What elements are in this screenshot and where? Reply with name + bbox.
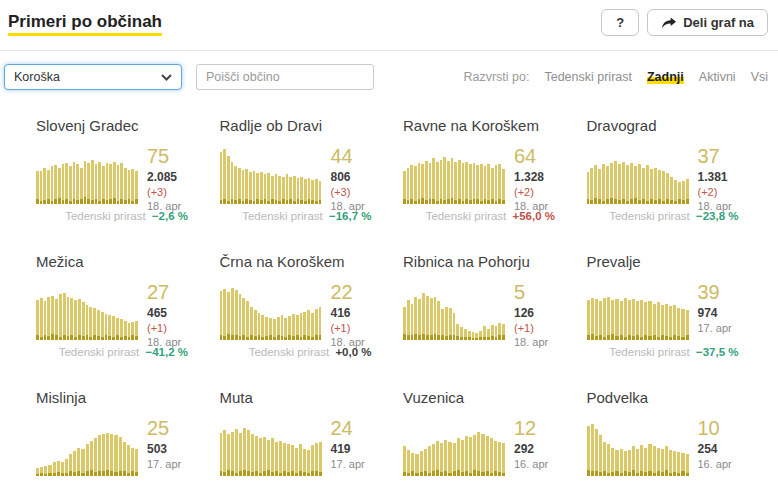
- bar[interactable]: [602, 164, 605, 204]
- bar[interactable]: [260, 172, 263, 204]
- bar[interactable]: [93, 308, 96, 340]
- bar[interactable]: [453, 443, 456, 476]
- bar[interactable]: [227, 292, 230, 340]
- bar[interactable]: [48, 465, 51, 476]
- municipality-card[interactable]: Prevalje 39 974 17. apr Tedenski prirast…: [587, 253, 739, 358]
- bar[interactable]: [102, 166, 105, 204]
- bar[interactable]: [611, 300, 614, 340]
- bar[interactable]: [293, 176, 296, 205]
- bar[interactable]: [420, 451, 423, 476]
- bar[interactable]: [131, 322, 134, 340]
- bar[interactable]: [135, 321, 138, 340]
- bar[interactable]: [287, 444, 290, 476]
- bar[interactable]: [628, 450, 631, 476]
- bar[interactable]: [422, 293, 425, 340]
- bar[interactable]: [223, 289, 226, 340]
- bar[interactable]: [490, 438, 493, 476]
- bar[interactable]: [65, 459, 68, 476]
- bar[interactable]: [669, 306, 672, 340]
- bar[interactable]: [456, 324, 459, 340]
- bar[interactable]: [84, 161, 87, 204]
- bar[interactable]: [425, 161, 428, 204]
- bar[interactable]: [654, 168, 657, 204]
- bar[interactable]: [231, 288, 234, 340]
- bar[interactable]: [430, 298, 433, 340]
- bar[interactable]: [407, 168, 410, 204]
- bar[interactable]: [484, 166, 487, 204]
- municipality-card[interactable]: Radlje ob Dravi 44 806 (+3) 18. apr Tede…: [220, 117, 372, 222]
- bar[interactable]: [47, 170, 50, 204]
- bar[interactable]: [255, 436, 258, 476]
- bar[interactable]: [618, 164, 621, 204]
- bar[interactable]: [231, 432, 234, 476]
- bar[interactable]: [440, 443, 443, 476]
- bar[interactable]: [283, 443, 286, 476]
- bar[interactable]: [82, 302, 85, 340]
- bar[interactable]: [220, 433, 223, 476]
- bar[interactable]: [279, 441, 282, 476]
- bar[interactable]: [284, 318, 287, 340]
- bar[interactable]: [69, 454, 72, 476]
- bar-chart[interactable]: [220, 419, 322, 476]
- bar[interactable]: [242, 170, 245, 204]
- bar[interactable]: [91, 160, 94, 204]
- bar[interactable]: [73, 162, 76, 204]
- region-select[interactable]: Koroška: [4, 64, 182, 90]
- bar[interactable]: [681, 309, 684, 340]
- bar[interactable]: [303, 312, 306, 341]
- bar[interactable]: [426, 296, 429, 340]
- bar[interactable]: [62, 164, 65, 204]
- bar[interactable]: [304, 179, 307, 204]
- bar[interactable]: [498, 164, 501, 204]
- bar[interactable]: [54, 165, 57, 204]
- bar[interactable]: [98, 162, 101, 204]
- bar[interactable]: [673, 451, 676, 476]
- bar[interactable]: [476, 165, 479, 204]
- bar[interactable]: [443, 157, 446, 204]
- bar[interactable]: [311, 445, 314, 476]
- bar[interactable]: [245, 169, 248, 204]
- bar[interactable]: [614, 161, 617, 204]
- bar[interactable]: [632, 299, 635, 340]
- sort-option-aktivni[interactable]: Aktivni: [699, 70, 736, 84]
- bar[interactable]: [256, 173, 259, 204]
- bar[interactable]: [40, 171, 43, 204]
- bar[interactable]: [441, 309, 444, 340]
- bar[interactable]: [469, 437, 472, 476]
- bar[interactable]: [682, 181, 685, 204]
- bar[interactable]: [686, 454, 689, 476]
- bar[interactable]: [128, 170, 131, 204]
- bar[interactable]: [411, 304, 414, 340]
- municipality-card[interactable]: Ravne na Koroškem 64 1.328 (+2) 18. apr …: [403, 117, 555, 222]
- bar[interactable]: [594, 165, 597, 204]
- bar[interactable]: [267, 173, 270, 204]
- bar[interactable]: [51, 166, 54, 204]
- bar[interactable]: [407, 300, 410, 340]
- bar[interactable]: [97, 310, 100, 340]
- bar[interactable]: [587, 426, 590, 476]
- bar[interactable]: [636, 301, 639, 340]
- bar[interactable]: [269, 318, 272, 340]
- bar[interactable]: [681, 453, 684, 476]
- bar[interactable]: [473, 163, 476, 204]
- bar[interactable]: [220, 152, 223, 204]
- bar[interactable]: [223, 430, 226, 476]
- bar[interactable]: [620, 449, 623, 476]
- bar[interactable]: [231, 162, 234, 204]
- bar[interactable]: [480, 164, 483, 204]
- bar[interactable]: [642, 168, 645, 204]
- search-input[interactable]: [196, 64, 374, 90]
- sort-option-vsi[interactable]: Vsi: [751, 70, 768, 84]
- bar[interactable]: [686, 310, 689, 340]
- bar[interactable]: [249, 172, 252, 204]
- bar[interactable]: [640, 445, 643, 476]
- municipality-card[interactable]: Slovenj Gradec 75 2.085 (+3) 18. apr Ted…: [36, 117, 188, 222]
- bar[interactable]: [634, 166, 637, 204]
- bar[interactable]: [235, 290, 238, 340]
- bar[interactable]: [128, 323, 131, 340]
- bar[interactable]: [247, 430, 250, 476]
- bar[interactable]: [61, 462, 64, 476]
- municipality-card[interactable]: Vuzenica 12 292 16. apr Tedenski prirast…: [403, 389, 555, 481]
- bar[interactable]: [271, 438, 274, 476]
- bar[interactable]: [611, 448, 614, 477]
